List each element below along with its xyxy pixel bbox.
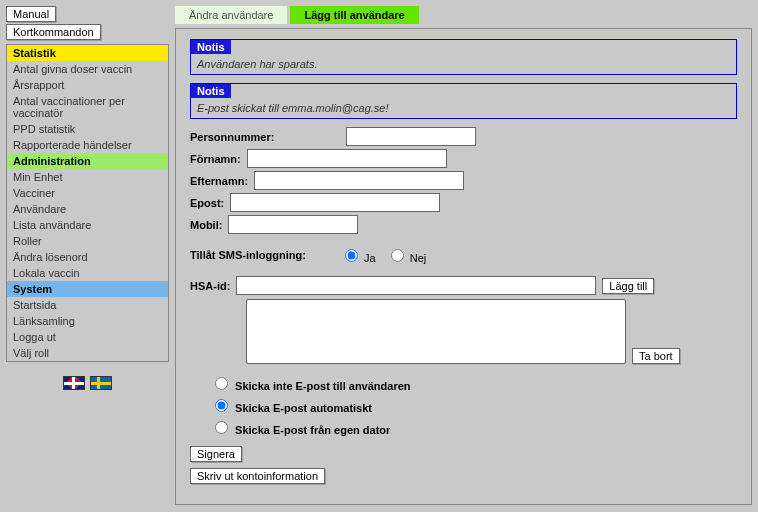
nav-header-admin: Administration <box>7 153 168 169</box>
notice-saved: Notis Användaren har sparats. <box>190 39 737 75</box>
label-hsa-id: HSA-id: <box>190 280 230 292</box>
hsa-add-button[interactable]: Lägg till <box>602 278 654 294</box>
label-fornamn: Förnamn: <box>190 153 241 165</box>
label-email-auto: Skicka E-post automatiskt <box>235 402 372 414</box>
radio-email-own[interactable] <box>215 421 228 434</box>
nav-item-arsrapport[interactable]: Årsrapport <box>7 77 168 93</box>
nav-item-vacciner[interactable]: Vacciner <box>7 185 168 201</box>
nav-item-lanksamling[interactable]: Länksamling <box>7 313 168 329</box>
label-efternamn: Efternamn: <box>190 175 248 187</box>
radio-label-ja: Ja <box>364 252 376 264</box>
nav-header-statistik: Statistik <box>7 45 168 61</box>
input-fornamn[interactable] <box>247 149 447 168</box>
sign-button[interactable]: Signera <box>190 446 242 462</box>
flag-se-icon[interactable] <box>90 376 112 390</box>
input-personnummer[interactable] <box>346 127 476 146</box>
nav-item-logga-ut[interactable]: Logga ut <box>7 329 168 345</box>
nav-item-min-enhet[interactable]: Min Enhet <box>7 169 168 185</box>
shortcuts-button[interactable]: Kortkommandon <box>6 24 101 40</box>
nav-item-losenord[interactable]: Ändra lösenord <box>7 249 168 265</box>
nav-item-valj-roll[interactable]: Välj roll <box>7 345 168 361</box>
input-hsa-id[interactable] <box>236 276 596 295</box>
sidebar-nav: Statistik Antal givna doser vaccin Årsra… <box>6 44 169 362</box>
radio-sms-ja[interactable] <box>345 249 358 262</box>
radio-email-auto[interactable] <box>215 399 228 412</box>
hsa-id-list[interactable] <box>246 299 626 364</box>
nav-item-roller[interactable]: Roller <box>7 233 168 249</box>
print-account-button[interactable]: Skriv ut kontoinformation <box>190 468 325 484</box>
label-mobil: Mobil: <box>190 219 222 231</box>
nav-item-ppd[interactable]: PPD statistik <box>7 121 168 137</box>
notice-head: Notis <box>191 40 231 54</box>
input-epost[interactable] <box>230 193 440 212</box>
notice-body-saved: Användaren har sparats. <box>191 54 736 74</box>
label-epost: Epost: <box>190 197 224 209</box>
nav-item-anvandare[interactable]: Användare <box>7 201 168 217</box>
nav-header-system: System <box>7 281 168 297</box>
manual-button[interactable]: Manual <box>6 6 56 22</box>
radio-sms-nej[interactable] <box>391 249 404 262</box>
nav-item-lokala-vaccin[interactable]: Lokala vaccin <box>7 265 168 281</box>
notice-email: Notis E-post skickat till emma.molin@cag… <box>190 83 737 119</box>
main-panel: Notis Användaren har sparats. Notis E-po… <box>175 28 752 505</box>
label-email-none: Skicka inte E-post till användaren <box>235 380 410 392</box>
tab-add-user[interactable]: Lägg till användare <box>290 6 418 24</box>
tab-edit-user[interactable]: Ändra användare <box>175 6 287 24</box>
nav-item-lista-anvandare[interactable]: Lista användare <box>7 217 168 233</box>
radio-sms-nej-wrapper[interactable]: Nej <box>386 246 427 264</box>
input-efternamn[interactable] <box>254 171 464 190</box>
label-sms-login: Tillåt SMS-inloggning: <box>190 249 340 261</box>
hsa-remove-button[interactable]: Ta bort <box>632 348 680 364</box>
label-email-own: Skicka E-post från egen dator <box>235 424 390 436</box>
nav-item-doser[interactable]: Antal givna doser vaccin <box>7 61 168 77</box>
label-personnummer: Personnummer: <box>190 131 340 143</box>
flag-uk-icon[interactable] <box>63 376 85 390</box>
radio-sms-ja-wrapper[interactable]: Ja <box>340 246 376 264</box>
nav-item-handelser[interactable]: Rapporterade händelser <box>7 137 168 153</box>
nav-item-per-vaccinator[interactable]: Antal vaccinationer per vaccinatör <box>7 93 168 121</box>
notice-head: Notis <box>191 84 231 98</box>
radio-email-none[interactable] <box>215 377 228 390</box>
notice-body-email: E-post skickat till emma.molin@cag.se! <box>191 98 736 118</box>
input-mobil[interactable] <box>228 215 358 234</box>
radio-label-nej: Nej <box>410 252 427 264</box>
nav-item-startsida[interactable]: Startsida <box>7 297 168 313</box>
